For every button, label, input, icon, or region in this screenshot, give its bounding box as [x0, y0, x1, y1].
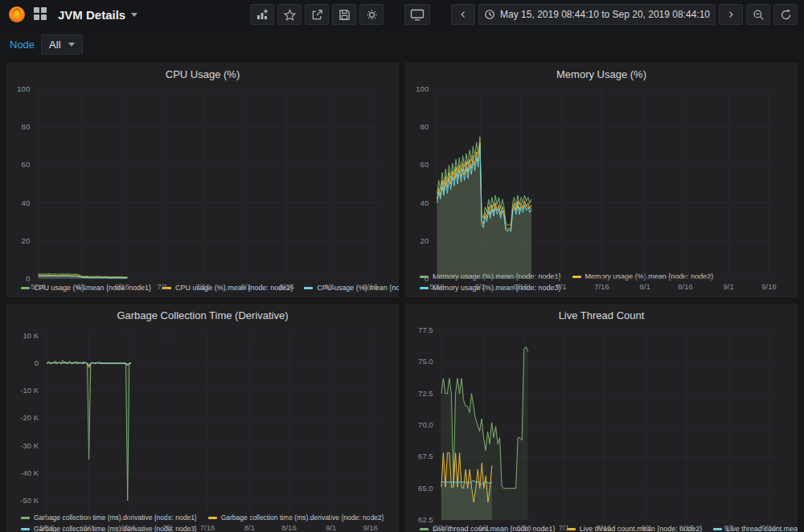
share-button[interactable] — [305, 4, 329, 25]
panel-live-thread-count: Live Thread Count 5/166/16/167/17/168/18… — [405, 304, 798, 532]
svg-text:-10 K: -10 K — [20, 386, 39, 395]
cycle-view-button[interactable] — [404, 4, 430, 25]
chevron-right-icon — [726, 9, 736, 20]
chart-svg: 5/166/16/167/17/168/18/169/19/16-50 K-40… — [14, 324, 391, 532]
chart-svg: 5/166/16/167/17/168/18/169/19/1662.565.0… — [413, 324, 790, 532]
svg-text:5/16: 5/16 — [429, 282, 445, 291]
svg-text:9/16: 9/16 — [761, 523, 777, 532]
grafana-logo[interactable] — [6, 4, 27, 25]
refresh-button[interactable] — [773, 4, 798, 25]
chart-svg: 5/166/16/167/17/168/18/169/19/1602040608… — [413, 83, 790, 292]
variable-value-text: All — [49, 39, 60, 51]
svg-text:8/16: 8/16 — [678, 282, 693, 291]
chart-svg: 5/166/16/167/17/168/18/169/19/1602040608… — [14, 83, 391, 292]
dashboards-grid-icon[interactable] — [34, 7, 48, 22]
panel-title[interactable]: Memory Usage (%) — [413, 67, 790, 83]
svg-text:7/1: 7/1 — [162, 523, 173, 532]
svg-text:5/16: 5/16 — [39, 523, 55, 532]
svg-text:100: 100 — [17, 84, 30, 93]
chart-graph-memory[interactable]: 5/166/16/167/17/168/18/169/19/1602040608… — [413, 83, 790, 270]
save-button[interactable] — [332, 4, 356, 25]
variable-label: Node — [10, 39, 35, 51]
svg-text:40: 40 — [420, 198, 429, 207]
time-shift-forward-button[interactable] — [719, 4, 743, 25]
svg-text:5/16: 5/16 — [31, 282, 46, 291]
svg-text:-40 K: -40 K — [20, 469, 39, 477]
svg-text:0: 0 — [26, 274, 30, 283]
time-range-label: May 15, 2019 08:44:10 to Sep 20, 2019 08… — [500, 9, 710, 20]
time-controls: May 15, 2019 08:44:10 to Sep 20, 2019 08… — [451, 4, 798, 25]
svg-text:6/1: 6/1 — [84, 523, 94, 532]
zoom-out-button[interactable] — [746, 4, 770, 25]
svg-text:9/1: 9/1 — [325, 282, 335, 291]
svg-text:8/1: 8/1 — [642, 523, 652, 532]
svg-text:7/16: 7/16 — [195, 282, 211, 291]
svg-text:70.0: 70.0 — [418, 420, 433, 429]
panel-title[interactable]: Live Thread Count — [413, 308, 790, 324]
chart-graph-threads[interactable]: 5/166/16/167/17/168/18/169/19/1662.565.0… — [413, 324, 790, 522]
settings-gear-icon — [366, 9, 378, 21]
svg-text:9/16: 9/16 — [363, 282, 378, 291]
svg-text:9/1: 9/1 — [326, 523, 336, 532]
svg-text:6/16: 6/16 — [516, 523, 531, 532]
zoom-out-icon — [753, 9, 765, 21]
dashboard-settings-button[interactable] — [359, 4, 384, 25]
svg-text:5/16: 5/16 — [434, 523, 449, 532]
svg-text:6/1: 6/1 — [478, 523, 489, 532]
panel-cpu-usage: CPU Usage (%) 5/166/16/167/17/168/18/169… — [6, 63, 399, 297]
svg-text:7/1: 7/1 — [556, 282, 566, 291]
svg-text:0: 0 — [425, 274, 429, 283]
svg-text:62.5: 62.5 — [418, 515, 433, 524]
svg-text:8/16: 8/16 — [679, 523, 695, 532]
time-shift-back-button[interactable] — [451, 4, 475, 25]
panel-title[interactable]: CPU Usage (%) — [14, 67, 391, 83]
grafana-logo-icon — [7, 5, 27, 24]
svg-text:40: 40 — [22, 198, 31, 207]
svg-text:100: 100 — [416, 84, 429, 93]
star-button[interactable] — [277, 4, 302, 25]
svg-text:6/16: 6/16 — [114, 282, 129, 291]
chart-graph-cpu[interactable]: 5/166/16/167/17/168/18/169/19/1602040608… — [14, 83, 391, 281]
svg-text:80: 80 — [420, 122, 429, 131]
svg-text:8/1: 8/1 — [640, 282, 650, 291]
dashboard-submenu: Node All — [0, 29, 804, 59]
svg-text:-50 K: -50 K — [20, 496, 39, 505]
svg-text:80: 80 — [22, 122, 31, 131]
svg-text:9/1: 9/1 — [724, 282, 734, 291]
svg-text:8/1: 8/1 — [241, 282, 252, 291]
svg-text:60: 60 — [22, 160, 31, 169]
chart-graph-gc[interactable]: 5/166/16/167/17/168/18/169/19/16-50 K-40… — [14, 324, 391, 511]
top-navbar: JVM Details — [0, 0, 804, 29]
refresh-icon — [780, 9, 792, 21]
tv-icon — [410, 9, 425, 21]
svg-text:6/16: 6/16 — [121, 523, 137, 532]
variable-value-dropdown[interactable]: All — [41, 35, 82, 55]
svg-text:9/1: 9/1 — [724, 523, 734, 532]
svg-text:9/16: 9/16 — [761, 282, 777, 291]
panel-memory-usage: Memory Usage (%) 5/166/16/167/17/168/18/… — [405, 63, 798, 297]
svg-text:8/16: 8/16 — [279, 282, 294, 291]
caret-down-icon — [131, 13, 137, 17]
svg-text:75.0: 75.0 — [418, 357, 433, 366]
svg-text:-30 K: -30 K — [20, 441, 39, 450]
caret-down-icon — [68, 43, 75, 47]
dashboard-title-text: JVM Details — [58, 8, 125, 22]
star-icon — [284, 9, 296, 21]
time-range-picker-button[interactable]: May 15, 2019 08:44:10 to Sep 20, 2019 08… — [478, 4, 716, 25]
dashboard-title[interactable]: JVM Details — [55, 8, 141, 22]
svg-text:77.5: 77.5 — [418, 325, 433, 334]
svg-text:8/1: 8/1 — [244, 523, 255, 532]
share-icon — [311, 9, 323, 21]
svg-text:6/16: 6/16 — [513, 282, 528, 291]
panel-title[interactable]: Garbage Collection Time (Derivative) — [14, 308, 391, 324]
svg-text:6/1: 6/1 — [475, 282, 486, 291]
svg-text:65.0: 65.0 — [418, 484, 433, 493]
svg-text:20: 20 — [22, 236, 31, 245]
save-icon — [338, 9, 351, 21]
svg-text:9/16: 9/16 — [363, 523, 379, 532]
svg-text:7/1: 7/1 — [559, 523, 569, 532]
svg-text:7/1: 7/1 — [157, 282, 167, 291]
chevron-left-icon — [458, 9, 468, 20]
add-panel-button[interactable] — [250, 4, 274, 25]
svg-text:7/16: 7/16 — [594, 282, 609, 291]
